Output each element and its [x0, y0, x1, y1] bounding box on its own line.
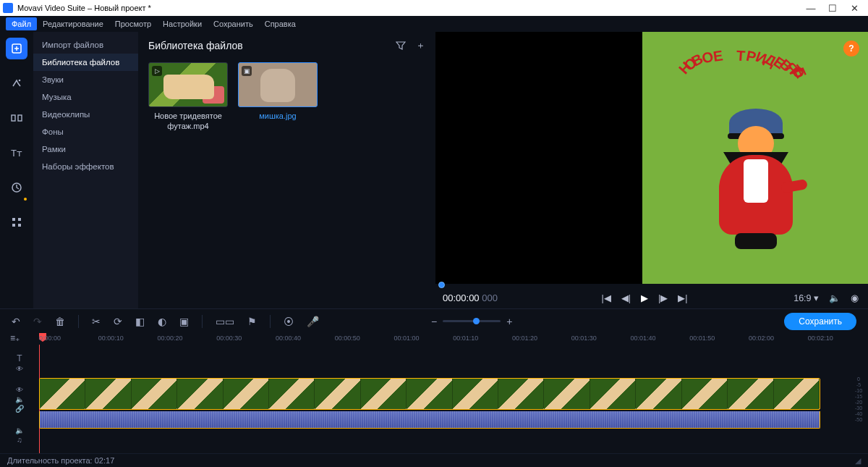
menu-view[interactable]: Просмотр: [109, 17, 157, 30]
cat-import[interactable]: Импорт файлов: [33, 36, 138, 54]
rail-stickers-icon[interactable]: [6, 177, 27, 198]
record-screen-button[interactable]: ⦿: [284, 316, 294, 327]
app-icon: [3, 3, 13, 13]
cat-videoclips[interactable]: Видеоклипы: [33, 106, 138, 123]
play-button[interactable]: ▶: [639, 293, 650, 303]
menu-file[interactable]: Файл: [6, 17, 37, 30]
library-panel: Библиотека файлов ＋ ▷ Новое тридевятое ф…: [138, 32, 435, 308]
timeline: T👁 👁🔈🔗 🔈♫ 0-5-10-15-20-30-40-50: [0, 345, 868, 453]
next-button[interactable]: ▶|: [676, 293, 689, 303]
menu-settings[interactable]: Настройки: [157, 17, 208, 30]
cat-sounds[interactable]: Звуки: [33, 71, 138, 88]
scrubber-handle[interactable]: [438, 282, 445, 288]
preview-panel: НОВОЕ ТРИДЕВЯТОЕ ? 00:00:00 000 |◀: [435, 32, 868, 308]
svg-rect-8: [18, 224, 21, 227]
ruler-tick: 00:01:40: [631, 335, 656, 342]
rail-transitions-icon[interactable]: [6, 107, 27, 129]
filter-icon[interactable]: [396, 41, 406, 51]
eye-icon[interactable]: 👁: [16, 365, 23, 373]
status-bar: Длительность проекта: 02:17 ◢: [0, 453, 868, 467]
cat-backgrounds[interactable]: Фоны: [33, 123, 138, 140]
zoom-out-button[interactable]: −: [431, 316, 437, 327]
redo-button[interactable]: ↷: [33, 316, 42, 327]
help-button[interactable]: ?: [843, 41, 859, 56]
svg-rect-2: [12, 115, 15, 121]
track-headers: T👁 👁🔈🔗 🔈♫: [0, 345, 39, 453]
step-fwd-button[interactable]: |▶: [656, 293, 670, 303]
menu-edit[interactable]: Редактирование: [37, 17, 109, 30]
undo-button[interactable]: ↶: [12, 316, 20, 327]
cut-button[interactable]: ✂: [92, 316, 101, 327]
timeline-ruler[interactable]: ≡₊ 0:00:0000:00:1000:00:2000:00:3000:00:…: [0, 333, 868, 345]
svg-point-1: [19, 80, 21, 82]
resize-handle-icon[interactable]: ◢: [855, 456, 861, 466]
ruler-tick: 00:01:10: [453, 335, 478, 342]
library-title: Библиотека файлов: [148, 40, 243, 51]
rail-more-icon[interactable]: [6, 211, 27, 233]
step-back-button[interactable]: ◀|: [619, 293, 633, 303]
ruler-tick: 0:00:00: [39, 335, 61, 342]
speaker-icon[interactable]: 🔈: [15, 426, 24, 434]
prev-button[interactable]: |◀: [600, 293, 613, 303]
add-track-icon[interactable]: ≡₊: [10, 333, 20, 343]
add-media-icon[interactable]: ＋: [416, 39, 425, 52]
rail-import-icon[interactable]: [6, 38, 27, 59]
volume-icon[interactable]: 🔈: [827, 293, 843, 303]
track-area[interactable]: [39, 345, 849, 453]
record-mic-button[interactable]: 🎤: [307, 316, 319, 327]
extra-audio-track[interactable]: [39, 433, 820, 449]
close-button[interactable]: ✕: [843, 3, 865, 14]
marker-button[interactable]: ⚑: [247, 316, 257, 327]
aspect-ratio-button[interactable]: 16:9 ▾: [791, 293, 821, 303]
timecode: 00:00:00 000: [443, 293, 498, 303]
snapshot-icon[interactable]: ◉: [848, 293, 861, 303]
title-track-head[interactable]: T👁: [0, 345, 39, 381]
transition-button[interactable]: ▭▭: [216, 316, 234, 327]
rail-titles-icon[interactable]: Tᴛ: [6, 142, 27, 164]
color-button[interactable]: ◐: [158, 316, 166, 327]
title-track[interactable]: [39, 349, 820, 368]
cat-music[interactable]: Музыка: [33, 88, 138, 106]
rail-filters-icon[interactable]: [6, 72, 27, 94]
video-track-head[interactable]: 👁🔈🔗: [0, 381, 39, 417]
save-button[interactable]: Сохранить: [784, 313, 856, 330]
ruler-tick: 00:00:50: [335, 335, 360, 342]
library-item-caption: Новое тридевятое футаж.mp4: [148, 112, 228, 132]
window-title: Movavi Video Suite – Новый проект *: [17, 4, 800, 12]
crop-button[interactable]: ◧: [135, 316, 145, 327]
cat-frames[interactable]: Рамки: [33, 140, 138, 158]
ruler-tick: 00:01:20: [512, 335, 537, 342]
cat-library[interactable]: Библиотека файлов: [33, 54, 138, 71]
menu-help[interactable]: Справка: [259, 17, 302, 30]
preview-scrubber[interactable]: [435, 284, 868, 287]
clip-props-button[interactable]: ▣: [179, 316, 189, 327]
menu-bar: Файл Редактирование Просмотр Настройки С…: [0, 16, 868, 32]
main-area: Tᴛ Импорт файлов Библиотека файлов Звуки…: [0, 32, 868, 308]
rotate-button[interactable]: ⟳: [114, 316, 122, 327]
library-item-video[interactable]: ▷ Новое тридевятое футаж.mp4: [148, 62, 228, 132]
ruler-tick: 00:00:30: [216, 335, 242, 342]
ruler-tick: 00:00:40: [276, 335, 301, 342]
cat-effectsets[interactable]: Наборы эффектов: [33, 158, 138, 175]
eye-icon[interactable]: 👁: [16, 386, 23, 394]
menu-save[interactable]: Сохранить: [208, 17, 259, 30]
video-track-clip[interactable]: [39, 378, 820, 410]
zoom-slider[interactable]: [443, 320, 501, 322]
library-item-image[interactable]: ▣ мишка.jpg: [238, 62, 318, 132]
text-icon: T: [17, 353, 22, 363]
audio-track-head[interactable]: 🔈♫: [0, 417, 39, 453]
minimize-button[interactable]: —: [800, 3, 822, 14]
image-badge-icon: ▣: [242, 66, 252, 76]
chevron-down-icon: ▾: [814, 293, 819, 303]
link-icon[interactable]: 🔗: [15, 405, 24, 413]
svg-rect-6: [18, 218, 21, 221]
maximize-button[interactable]: ☐: [822, 3, 843, 14]
audio-track-clip[interactable]: [39, 411, 820, 429]
preview-controls: 00:00:00 000 |◀ ◀| ▶ |▶ ▶| 16:9 ▾ 🔈 ◉: [435, 287, 868, 308]
window-titlebar: Movavi Video Suite – Новый проект * — ☐ …: [0, 0, 868, 16]
zoom-in-button[interactable]: +: [506, 316, 512, 327]
speaker-icon[interactable]: 🔈: [15, 395, 24, 403]
delete-button[interactable]: 🗑: [55, 316, 65, 327]
ruler-tick: 00:01:00: [394, 335, 420, 342]
zoom-knob[interactable]: [473, 318, 480, 324]
